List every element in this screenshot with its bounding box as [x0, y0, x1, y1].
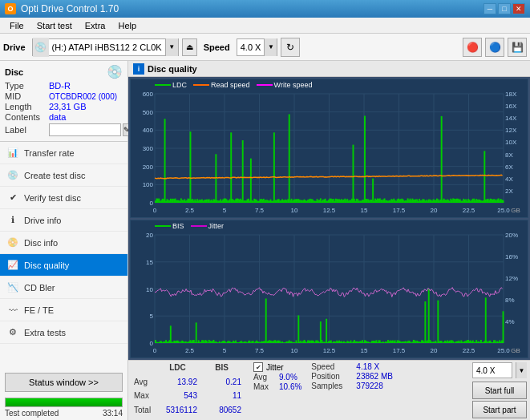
stats-col-bis: BIS: [200, 362, 244, 377]
content-area: i Disc quality LDC Read speed: [128, 61, 530, 420]
nav-create-test-disc-label: Create test disc: [24, 171, 85, 180]
speed-selector-value: 4.0 X: [476, 366, 495, 375]
stats-row-total-bis: 80652: [200, 405, 244, 419]
nav-disc-quality[interactable]: 📈 Disc quality: [0, 254, 127, 277]
drive-icon: 💿: [33, 38, 49, 57]
nav-fe-te[interactable]: 〰 FE / TE: [0, 299, 127, 321]
verify-test-disc-icon: ✔: [6, 192, 19, 204]
disc-contents-value: data: [49, 112, 66, 122]
top-chart-canvas: [131, 79, 528, 217]
speed-val: 4.18 X: [356, 362, 379, 371]
menu-bar: File Start test Extra Help: [0, 18, 530, 34]
title-bar: O Opti Drive Control 1.70 ─ □ ✕: [0, 0, 530, 18]
stats-col-ldc: LDC: [156, 362, 200, 377]
speed-dropdown-arrow[interactable]: ▼: [264, 38, 277, 56]
fe-te-icon: 〰: [6, 304, 19, 317]
stats-row-avg-bis: 0.21: [200, 377, 244, 391]
speed-label: Speed: [204, 42, 230, 52]
disc-icon: 💿: [107, 64, 123, 79]
jitter-max-row: Max 10.6%: [253, 382, 301, 391]
top-chart-legend: LDC Read speed Write speed: [155, 81, 312, 89]
write-speed-label: Write speed: [274, 81, 313, 89]
nav-drive-info[interactable]: ℹ Drive info: [0, 209, 127, 232]
bis-label: BIS: [172, 222, 184, 230]
menu-start-test[interactable]: Start test: [30, 19, 79, 32]
transfer-rate-icon: 📊: [6, 147, 19, 160]
create-test-disc-icon: 💿: [6, 169, 19, 182]
nav-disc-quality-label: Disc quality: [24, 260, 69, 270]
bottom-stats: LDC BIS Avg 13.92 0.21 Max 543 11 Total …: [131, 362, 527, 418]
disc-length-row: Length 23,31 GB: [5, 102, 123, 111]
nav-fe-te-label: FE / TE: [24, 305, 54, 315]
stats-col-empty: [131, 362, 156, 377]
start-full-button[interactable]: Start full: [472, 382, 527, 399]
disc-contents-label: Contents: [5, 112, 49, 122]
bottom-chart: BIS Jitter: [130, 220, 528, 358]
nav-cd-bler[interactable]: 📉 CD Bler: [0, 277, 127, 299]
jitter-avg-row: Avg 9.0%: [253, 373, 301, 382]
nav-extra-tests[interactable]: ⚙ Extra tests: [0, 321, 127, 344]
read-speed-color: [193, 84, 209, 86]
status-text: Test completed: [5, 409, 59, 418]
jitter-checkbox[interactable]: ✔: [253, 362, 263, 372]
disc-contents-row: Contents data: [5, 112, 123, 122]
nav-transfer-rate[interactable]: 📊 Transfer rate: [0, 142, 127, 164]
position-val: 23862 MB: [356, 372, 393, 381]
nav-verify-test-disc[interactable]: ✔ Verify test disc: [0, 187, 127, 209]
drive-dropdown-arrow[interactable]: ▼: [165, 38, 178, 56]
nav-transfer-rate-label: Transfer rate: [24, 148, 75, 158]
disc-type-label: Type: [5, 81, 49, 91]
speed-value: 4.0 X: [237, 42, 265, 52]
disc-info-icon: 📀: [6, 236, 19, 249]
nav-drive-info-label: Drive info: [24, 216, 61, 225]
disc-length-value: 23,31 GB: [49, 102, 86, 111]
jitter-legend: Jitter: [191, 222, 225, 230]
title-bar-left: O Opti Drive Control 1.70: [5, 3, 119, 14]
menu-help[interactable]: Help: [111, 19, 143, 32]
write-speed-legend: Write speed: [257, 81, 313, 89]
ldc-legend: LDC: [155, 81, 187, 89]
drive-value: (H:) ATAPI iHBS112 2 CL0K: [49, 42, 165, 52]
samples-key: Samples: [311, 382, 353, 390]
write-speed-color: [257, 84, 273, 86]
sidebar: Disc 💿 Type BD-R MID OTCBDR002 (000) Len…: [0, 61, 128, 420]
eject-button[interactable]: ⏏: [182, 38, 197, 56]
start-part-button[interactable]: Start part: [472, 401, 527, 418]
stats-row-max-key: Max: [131, 390, 156, 405]
disc-label-row: Label ✎: [5, 123, 123, 136]
progress-bar-fill: [6, 398, 122, 406]
speed-key: Speed: [311, 362, 353, 371]
nav-verify-test-disc-label: Verify test disc: [24, 193, 81, 203]
buttons-area: 4.0 X ▼ Start full Start part: [472, 362, 527, 418]
menu-extra[interactable]: Extra: [79, 19, 112, 32]
speed-pos-area: Speed 4.18 X Position 23862 MB Samples 3…: [311, 362, 393, 418]
menu-file[interactable]: File: [3, 19, 30, 32]
drive-info-icon: ℹ: [6, 214, 19, 227]
status-window-button[interactable]: Status window >>: [5, 373, 123, 392]
nav-disc-info[interactable]: 📀 Disc info: [0, 232, 127, 254]
jitter-area: ✔ Jitter Avg 9.0% Max 10.6%: [253, 362, 301, 418]
ldc-label: LDC: [172, 81, 187, 89]
maximize-button[interactable]: □: [498, 3, 511, 14]
minimize-button[interactable]: ─: [483, 3, 496, 14]
status-window-label: Status window >>: [29, 378, 99, 387]
toolbar-icon-2[interactable]: 🔵: [485, 38, 504, 57]
main-area: Disc 💿 Type BD-R MID OTCBDR002 (000) Len…: [0, 61, 530, 420]
save-button[interactable]: 💾: [508, 38, 527, 57]
refresh-button[interactable]: ↻: [281, 38, 300, 57]
nav-create-test-disc[interactable]: 💿 Create test disc: [0, 164, 127, 187]
disc-quality-title: Disc quality: [148, 64, 197, 74]
app-icon: O: [5, 3, 16, 14]
jitter-max-val: 10.6%: [279, 382, 301, 391]
jitter-check-label: Jitter: [266, 363, 284, 372]
jitter-label: Jitter: [208, 222, 225, 230]
status-text-row: Test completed 33:14: [5, 409, 123, 418]
close-button[interactable]: ✕: [512, 3, 525, 14]
position-row: Position 23862 MB: [311, 372, 393, 381]
stats-area: LDC BIS Avg 13.92 0.21 Max 543 11 Total …: [128, 360, 530, 420]
stats-row-avg-ldc: 13.92: [156, 377, 200, 391]
speed-selector-arrow[interactable]: ▼: [516, 362, 527, 378]
toolbar-icon-1[interactable]: 🔴: [463, 38, 482, 57]
disc-type-row: Type BD-R: [5, 81, 123, 91]
disc-label-input[interactable]: [49, 123, 121, 136]
